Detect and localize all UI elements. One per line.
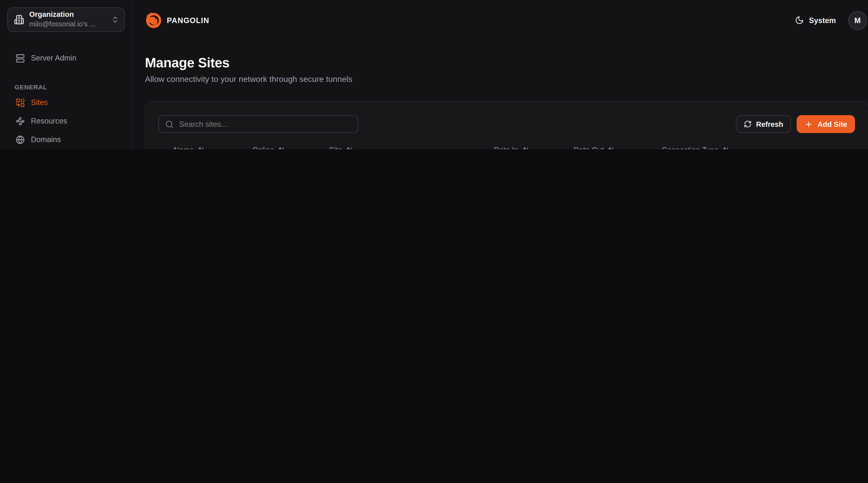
sidebar-item-resources[interactable]: Resources [0, 115, 132, 127]
org-switcher-title: Organization [29, 10, 106, 20]
server-icon [16, 54, 25, 63]
arrow-up-down-icon [278, 146, 285, 149]
refresh-button[interactable]: Refresh [736, 115, 791, 133]
sidebar-item-label: Server Admin [31, 54, 76, 62]
app-root: Organization milo@fossorial.io's ... Ser… [0, 0, 868, 149]
column-header-name[interactable]: Name [158, 146, 244, 149]
globe-icon [16, 135, 25, 144]
sidebar-item-sites[interactable]: Sites [0, 96, 132, 109]
main-area: PANGOLIN System M Manage Sites Allow con… [133, 0, 868, 149]
add-site-button[interactable]: Add Site [797, 115, 855, 133]
combine-icon [16, 98, 25, 107]
column-header-data-in[interactable]: Data In [486, 146, 566, 149]
arrow-up-down-icon [522, 146, 529, 149]
column-header-site[interactable]: Site [321, 146, 486, 149]
page-subtitle: Allow connectivity to your network throu… [145, 74, 868, 84]
search-input[interactable] [178, 119, 352, 129]
search-box [158, 115, 359, 133]
section-label-general: GENERAL [14, 84, 132, 90]
table-header-row: NameOnlineSiteData InData OutConnection … [158, 139, 855, 149]
waypoints-icon [16, 117, 25, 125]
building-icon [14, 14, 24, 25]
arrow-up-down-icon [608, 146, 615, 149]
sidebar-nav: Server Admin GENERALSitesResourcesDomain… [0, 39, 132, 149]
theme-toggle[interactable]: System [795, 16, 836, 25]
sites-table: NameOnlineSiteData InData OutConnection … [158, 139, 855, 149]
brand-name: PANGOLIN [167, 16, 209, 25]
topbar: PANGOLIN System M [133, 0, 868, 40]
arrow-up-down-icon [722, 146, 730, 149]
org-switcher[interactable]: Organization milo@fossorial.io's ... [7, 7, 125, 32]
moon-icon [795, 16, 804, 25]
sites-card: Refresh Add Site NameOnlineSiteData InDa… [145, 101, 868, 149]
org-switcher-subtitle: milo@fossorial.io's ... [29, 20, 106, 29]
avatar[interactable]: M [848, 11, 867, 30]
pangolin-logo-icon [145, 11, 162, 29]
arrow-up-down-icon [346, 146, 353, 149]
column-header-data-out[interactable]: Data Out [566, 146, 654, 149]
sidebar: Organization milo@fossorial.io's ... Ser… [0, 0, 133, 149]
search-icon [165, 120, 174, 128]
brand: PANGOLIN [145, 11, 209, 29]
sidebar-item-server-admin[interactable]: Server Admin [0, 52, 132, 65]
refresh-icon [744, 120, 751, 128]
chevrons-up-down-icon [111, 16, 119, 24]
plus-icon [805, 120, 813, 128]
column-header-connection-type[interactable]: Connection Type [654, 146, 765, 149]
page-title: Manage Sites [145, 55, 868, 71]
arrow-up-down-icon [198, 146, 205, 149]
sidebar-item-domains[interactable]: Domains [0, 133, 132, 146]
column-header-online[interactable]: Online [244, 146, 321, 149]
